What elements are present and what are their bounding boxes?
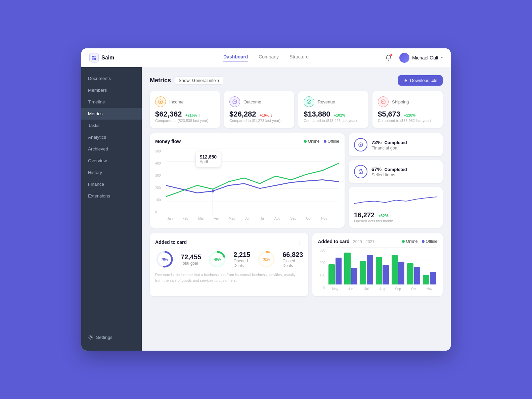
- sidebar-item-documents[interactable]: Documents: [81, 73, 142, 84]
- chart-title: Money flow: [155, 139, 181, 144]
- sidebar-item-finance[interactable]: Finance: [81, 178, 142, 190]
- outcome-label: Outcome: [243, 99, 261, 104]
- nav-structure[interactable]: Structure: [290, 54, 309, 61]
- deals-card: 16,272 +62% ↑ Opened dets this month: [349, 187, 443, 228]
- legend-online: Online: [304, 139, 320, 144]
- bar-legend-offline: Offline: [422, 239, 437, 244]
- financial-goal-pct-row: 72% Completed: [371, 139, 407, 145]
- added-card-left: Added to card ⋮ 78% 72: [150, 233, 308, 296]
- chart-header: Money flow Online Offline: [155, 139, 339, 144]
- user-name: Michael Gult: [412, 55, 438, 60]
- sidebar-item-extensions[interactable]: Extensions: [81, 190, 142, 202]
- shipping-label: Shipping: [392, 99, 409, 104]
- added-card-left-title: Added to card: [155, 239, 187, 245]
- nav-company[interactable]: Company: [259, 54, 279, 61]
- bar-aug-blue: [383, 265, 389, 284]
- legend-offline: Offline: [324, 139, 339, 144]
- show-filter-button[interactable]: Show: General info ▾: [175, 76, 223, 85]
- financial-goal-card: 72% Completed Financial goal: [349, 133, 443, 156]
- main-nav: Dashboard Company Structure: [223, 54, 309, 61]
- income-compare: Compared to ($23,538 last year): [155, 119, 215, 123]
- svg-point-4: [90, 337, 92, 338]
- sidebar-item-metrics[interactable]: Metrics: [81, 108, 142, 120]
- bar-columns-area: May Jun Jul Aug Sep Oct Nov: [327, 247, 437, 291]
- card-menu-icon[interactable]: ⋮: [297, 238, 303, 246]
- deals-sparkline: [354, 192, 437, 209]
- bar-chart-year: 2020 - 2021: [353, 239, 374, 244]
- income-label: Income: [169, 99, 184, 104]
- sold-items-goal-card: 67% Completed Selled items: [349, 160, 443, 183]
- mid-row: Money flow Online Offline 50040030020010…: [150, 133, 443, 228]
- stat-card-shipping: Shipping $5,673 +128% ↑ Compared to ($38…: [372, 91, 443, 128]
- nav-dashboard[interactable]: Dashboard: [223, 54, 248, 61]
- bar-group-jun: [344, 253, 357, 284]
- bar-aug-green: [376, 257, 382, 284]
- bar-grid: [327, 247, 437, 284]
- bar-chart-header: Added to card 2020 - 2021 Online Offline: [318, 238, 437, 245]
- metrics-title: Metrics: [150, 77, 171, 84]
- svg-rect-2: [92, 58, 94, 60]
- bar-jun-blue: [351, 268, 357, 284]
- card-note: Revenue is the income that a business ha…: [155, 272, 303, 283]
- revenue-compare: Compared to ($13,426 last year): [304, 119, 363, 123]
- sidebar: Documents Members Timeline Metrics Tasks…: [81, 67, 142, 351]
- notification-dot: [390, 54, 393, 56]
- bar-group-may: [328, 258, 342, 284]
- bar-nov-green: [423, 275, 429, 284]
- donut-total-label: 78%: [155, 250, 174, 269]
- bar-group-oct: [407, 263, 420, 284]
- logo-text: Saim: [101, 55, 114, 61]
- notification-button[interactable]: [383, 52, 394, 63]
- progress-row: 78% 72,455 Total goal 46%: [155, 250, 303, 269]
- metrics-header: Metrics Show: General info ▾ Download .x…: [150, 75, 443, 86]
- outcome-change: +16%: [260, 113, 269, 117]
- outcome-value: $26,282: [229, 110, 256, 118]
- svg-rect-5: [404, 82, 407, 82]
- sidebar-item-analytics[interactable]: Analytics: [81, 131, 142, 143]
- bar-legend-online: Online: [402, 239, 418, 244]
- donut-closed-deals: 32%: [257, 250, 276, 269]
- right-metrics: 72% Completed Financial goal: [349, 133, 443, 228]
- main-content: Metrics Show: General info ▾ Download .x…: [142, 67, 451, 351]
- download-button[interactable]: Download .xls: [398, 75, 443, 86]
- svg-rect-3: [94, 58, 96, 60]
- sidebar-item-overview[interactable]: Overview: [81, 155, 142, 167]
- revenue-icon: [304, 96, 314, 107]
- topbar: Saim Dashboard Company Structure Michael…: [81, 48, 451, 67]
- sidebar-item-members[interactable]: Members: [81, 84, 142, 96]
- sold-goal-pct-row: 67% Completed: [371, 166, 407, 172]
- deals-label: Opened dets this month: [354, 219, 437, 223]
- x-axis-labels: JanFebMarAprMayJunJulAugSepOctNov: [155, 215, 339, 220]
- svg-rect-0: [92, 56, 94, 57]
- bar-y-labels: 3002001000: [318, 247, 327, 291]
- shipping-icon: [378, 96, 389, 107]
- topbar-right: Michael Gult ▾: [383, 52, 443, 63]
- income-value: $62,362: [155, 110, 182, 118]
- sidebar-settings[interactable]: Settings: [81, 329, 142, 345]
- income-icon: [155, 96, 166, 107]
- stat-card-outcome: Outcome $26,282 +16% ↓ Compared to ($1,2…: [224, 91, 294, 128]
- sidebar-item-tasks[interactable]: Tasks: [81, 120, 142, 131]
- bar-sep-blue: [398, 262, 404, 284]
- sidebar-item-timeline[interactable]: Timeline: [81, 96, 142, 108]
- bar-chart-area: 3002001000: [318, 247, 437, 291]
- bar-oct-blue: [414, 267, 420, 284]
- bar-group-aug: [376, 257, 389, 284]
- svg-point-23: [360, 172, 361, 173]
- user-area[interactable]: Michael Gult ▾: [399, 53, 443, 63]
- shipping-change: +128%: [404, 113, 416, 117]
- sidebar-item-history[interactable]: History: [81, 167, 142, 178]
- bar-oct-green: [407, 263, 413, 284]
- donut-opened-deals: 46%: [208, 250, 227, 269]
- sidebar-item-archieved[interactable]: Archieved: [81, 143, 142, 155]
- money-flow-chart: Money flow Online Offline 50040030020010…: [150, 133, 345, 228]
- revenue-change: +102%: [334, 113, 346, 117]
- donut-total-goal: 78%: [155, 250, 174, 269]
- donut-closed-label: 32%: [257, 250, 276, 269]
- chevron-down-icon: ▾: [441, 56, 443, 59]
- bar-jul-blue: [367, 255, 373, 284]
- bar-chart-title-area: Added to card 2020 - 2021: [318, 238, 374, 245]
- outcome-icon: [229, 96, 240, 107]
- bar-nov-blue: [430, 272, 436, 284]
- donut-opened-label: 46%: [208, 250, 227, 269]
